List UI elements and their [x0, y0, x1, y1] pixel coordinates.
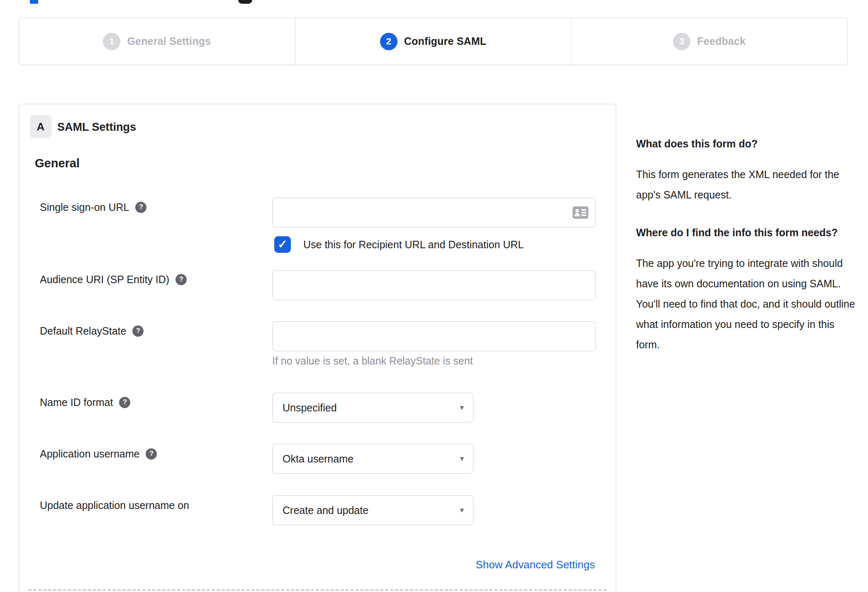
update-username-label-row: Update application username on: [40, 499, 189, 511]
update-username-label: Update application username on: [40, 499, 189, 511]
cutoff-black-fragment: [238, 0, 252, 4]
panel-title: SAML Settings: [57, 121, 136, 134]
relay-state-hint: If no value is set, a blank RelayState i…: [272, 355, 473, 367]
help-icon[interactable]: ?: [119, 397, 130, 408]
sidebar-body-where: The app you're trying to integrate with …: [636, 253, 855, 355]
chevron-down-icon: ▾: [460, 403, 464, 412]
sso-url-label-row: Single sign-on URL ?: [40, 201, 146, 213]
relay-state-label: Default RelayState: [40, 325, 126, 337]
recipient-url-checkbox-label[interactable]: Use this for Recipient URL and Destinati…: [303, 239, 524, 251]
application-username-value: Okta username: [283, 453, 354, 465]
step-3-number-badge: 3: [673, 33, 690, 50]
sidebar-body-what: This form generates the XML needed for t…: [636, 164, 855, 205]
step-2-number-badge: 2: [380, 33, 397, 50]
step-1-number-badge: 1: [103, 33, 120, 50]
help-sidebar: What does this form do? This form genera…: [636, 135, 855, 374]
sso-url-input[interactable]: [272, 198, 596, 228]
relay-state-label-row: Default RelayState ?: [40, 325, 144, 337]
help-icon[interactable]: ?: [132, 325, 144, 337]
contact-card-icon[interactable]: [573, 206, 588, 219]
step-1-label: General Settings: [127, 35, 211, 47]
wizard-stepper: 1 General Settings 2 Configure SAML 3 Fe…: [19, 17, 848, 65]
show-advanced-settings-link[interactable]: Show Advanced Settings: [475, 558, 595, 571]
cutoff-blue-fragment: [30, 0, 38, 4]
step-feedback[interactable]: 3 Feedback: [571, 18, 847, 65]
general-section-heading: General: [35, 157, 80, 170]
name-id-format-label-row: Name ID format ?: [40, 396, 130, 408]
application-username-select[interactable]: Okta username ▾: [272, 444, 473, 474]
step-configure-saml[interactable]: 2 Configure SAML: [295, 18, 571, 65]
update-username-value: Create and update: [283, 504, 368, 516]
section-dashed-divider: [28, 589, 607, 591]
audience-uri-label-row: Audience URI (SP Entity ID) ?: [40, 274, 187, 285]
application-username-label: Application username: [40, 448, 139, 460]
section-a-badge: A: [30, 115, 51, 138]
help-icon[interactable]: ?: [176, 274, 187, 285]
sidebar-heading-what: What does this form do?: [636, 135, 855, 152]
recipient-url-checkbox-row: ✓ Use this for Recipient URL and Destina…: [274, 236, 524, 253]
step-general-settings[interactable]: 1 General Settings: [19, 18, 295, 65]
name-id-format-label: Name ID format: [40, 396, 113, 408]
relay-state-input[interactable]: [272, 321, 596, 351]
chevron-down-icon: ▾: [460, 505, 464, 515]
sidebar-heading-where: Where do I find the info this form needs…: [636, 224, 855, 241]
sso-url-label: Single sign-on URL: [40, 201, 129, 213]
saml-settings-panel: A SAML Settings General Single sign-on U…: [19, 104, 616, 592]
audience-uri-input[interactable]: [272, 270, 596, 300]
chevron-down-icon: ▾: [460, 454, 464, 463]
help-icon[interactable]: ?: [135, 202, 146, 213]
step-3-label: Feedback: [697, 35, 746, 47]
update-username-select[interactable]: Create and update ▾: [272, 495, 473, 525]
name-id-format-value: Unspecified: [283, 402, 337, 414]
recipient-url-checkbox[interactable]: ✓: [274, 236, 291, 253]
help-icon[interactable]: ?: [146, 448, 157, 460]
application-username-label-row: Application username ?: [40, 448, 157, 460]
audience-uri-label: Audience URI (SP Entity ID): [40, 274, 169, 285]
step-2-label: Configure SAML: [404, 35, 487, 47]
name-id-format-select[interactable]: Unspecified ▾: [272, 393, 473, 423]
